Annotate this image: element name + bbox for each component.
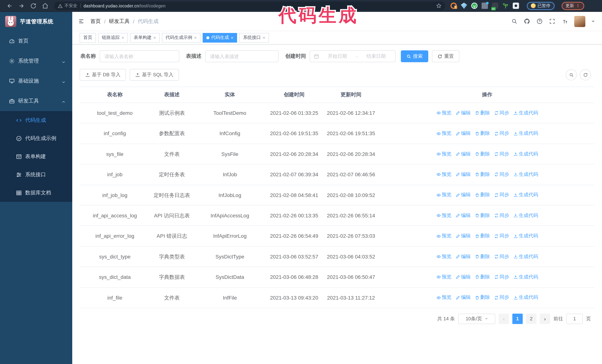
- fullscreen-icon[interactable]: [549, 18, 555, 24]
- delete-link[interactable]: 删除: [475, 109, 490, 117]
- extensions-puzzle-icon[interactable]: [513, 3, 519, 9]
- edit-link[interactable]: 编辑: [455, 191, 471, 199]
- search-icon[interactable]: [511, 18, 517, 24]
- sync-link[interactable]: 同步: [494, 253, 509, 260]
- preview-link[interactable]: 预览: [436, 273, 452, 281]
- close-icon[interactable]: ×: [153, 35, 156, 40]
- preview-link[interactable]: 预览: [436, 232, 452, 240]
- edit-link[interactable]: 编辑: [455, 253, 471, 260]
- tab-form-builder[interactable]: 表单构建×: [130, 33, 160, 42]
- extension-orange-icon[interactable]: 1: [451, 3, 457, 9]
- edit-link[interactable]: 编辑: [455, 150, 471, 158]
- sync-link[interactable]: 同步: [494, 212, 509, 219]
- tab-home[interactable]: 首页: [80, 33, 96, 42]
- extension-v-icon[interactable]: V: [471, 3, 478, 9]
- import-sql-button[interactable]: 基于 SQL 导入: [130, 69, 179, 81]
- page-button-2[interactable]: 2: [526, 314, 537, 324]
- preview-link[interactable]: 预览: [436, 253, 452, 260]
- close-icon[interactable]: ×: [231, 35, 233, 40]
- edit-link[interactable]: 编辑: [455, 232, 471, 240]
- preview-link[interactable]: 预览: [436, 130, 452, 137]
- breadcrumb-devtools[interactable]: 研发工具: [109, 18, 130, 25]
- preview-link[interactable]: 预览: [436, 191, 452, 199]
- edit-link[interactable]: 编辑: [455, 294, 471, 302]
- edit-link[interactable]: 编辑: [455, 273, 471, 281]
- preview-link[interactable]: 预览: [436, 294, 452, 302]
- collapse-menu-icon[interactable]: [78, 18, 85, 24]
- prev-page-button[interactable]: ‹: [499, 314, 509, 324]
- generate-code-link[interactable]: 生成代码: [513, 171, 538, 178]
- delete-link[interactable]: 删除: [475, 171, 490, 178]
- delete-link[interactable]: 删除: [475, 191, 490, 199]
- delete-link[interactable]: 删除: [475, 232, 490, 240]
- sync-link[interactable]: 同步: [494, 191, 509, 199]
- generate-code-link[interactable]: 生成代码: [513, 191, 538, 199]
- generate-code-link[interactable]: 生成代码: [513, 109, 538, 117]
- sync-link[interactable]: 同步: [494, 294, 509, 302]
- tab-trace[interactable]: 链路追踪×: [98, 33, 128, 42]
- sidebar-item-form-builder[interactable]: 表单构建: [0, 147, 72, 166]
- sidebar-item-db-doc[interactable]: 数据库文档: [0, 184, 72, 202]
- delete-link[interactable]: 删除: [475, 150, 490, 158]
- sidebar-item-infra[interactable]: 基础设施: [0, 71, 72, 91]
- goto-page-input[interactable]: [566, 314, 583, 324]
- delete-link[interactable]: 删除: [475, 253, 490, 260]
- address-bar[interactable]: 不安全 dashboard.yudao.iocoder.cn/tool/code…: [54, 1, 445, 10]
- start-date-placeholder[interactable]: 开始日期: [322, 53, 353, 60]
- search-button[interactable]: 搜索: [401, 50, 428, 62]
- sidebar-item-devtools[interactable]: 研发工具: [0, 91, 72, 111]
- tab-system-api[interactable]: 系统接口×: [239, 33, 269, 42]
- date-range-picker[interactable]: 开始日期 - 结束日期: [310, 50, 396, 62]
- reset-button[interactable]: 重置: [432, 50, 459, 62]
- sidebar-item-home[interactable]: 首页: [0, 31, 72, 51]
- table-name-input[interactable]: [100, 50, 179, 62]
- sync-link[interactable]: 同步: [494, 232, 509, 240]
- preview-link[interactable]: 预览: [436, 171, 452, 178]
- page-size-select[interactable]: 10条/页: [458, 314, 495, 324]
- home-icon[interactable]: [42, 2, 49, 9]
- import-db-button[interactable]: 基于 DB 导入: [80, 69, 126, 81]
- edit-link[interactable]: 编辑: [455, 171, 471, 178]
- user-avatar[interactable]: [574, 16, 585, 27]
- update-button[interactable]: 更新⋮: [561, 2, 584, 10]
- sync-link[interactable]: 同步: [494, 273, 509, 281]
- bookmark-star-icon[interactable]: [436, 3, 441, 9]
- font-size-icon[interactable]: [562, 18, 568, 24]
- generate-code-link[interactable]: 生成代码: [513, 273, 538, 281]
- sync-link[interactable]: 同步: [494, 109, 509, 117]
- generate-code-link[interactable]: 生成代码: [513, 253, 538, 260]
- generate-code-link[interactable]: 生成代码: [513, 212, 538, 219]
- reload-icon[interactable]: [30, 2, 37, 9]
- edit-link[interactable]: 编辑: [455, 130, 471, 137]
- help-icon[interactable]: [537, 18, 543, 24]
- tab-codegen-demo[interactable]: 代码生成示例×: [162, 33, 200, 42]
- sidebar-item-codegen-demo[interactable]: 代码生成示例: [0, 129, 72, 147]
- sidebar-item-system[interactable]: 系统管理: [0, 51, 72, 71]
- close-icon[interactable]: ×: [121, 35, 124, 40]
- tab-codegen[interactable]: 代码生成×: [203, 33, 237, 42]
- sync-link[interactable]: 同步: [494, 171, 509, 178]
- sidebar-item-system-api[interactable]: 系统接口: [0, 166, 72, 184]
- delete-link[interactable]: 删除: [475, 212, 490, 219]
- extension-gem-icon[interactable]: [461, 3, 467, 9]
- extension-plant-icon[interactable]: [502, 3, 509, 9]
- close-icon[interactable]: ×: [263, 35, 265, 40]
- extension-columns-icon[interactable]: [482, 3, 488, 9]
- delete-link[interactable]: 删除: [475, 273, 490, 281]
- generate-code-link[interactable]: 生成代码: [513, 232, 538, 240]
- preview-link[interactable]: 预览: [436, 109, 452, 117]
- paused-chip[interactable]: 已暂停: [527, 2, 554, 10]
- page-button-1[interactable]: 1: [512, 314, 523, 324]
- next-page-button[interactable]: ›: [540, 314, 550, 324]
- github-icon[interactable]: [524, 18, 530, 24]
- generate-code-link[interactable]: 生成代码: [513, 150, 538, 158]
- sidebar-item-codegen[interactable]: 代码生成: [0, 111, 72, 129]
- close-icon[interactable]: ×: [194, 35, 197, 40]
- refresh-table-button[interactable]: [580, 69, 591, 80]
- delete-link[interactable]: 删除: [475, 294, 490, 302]
- delete-link[interactable]: 删除: [475, 130, 490, 137]
- back-icon[interactable]: [6, 2, 13, 9]
- forward-icon[interactable]: [18, 2, 25, 9]
- preview-link[interactable]: 预览: [436, 212, 452, 219]
- edit-link[interactable]: 编辑: [455, 109, 471, 117]
